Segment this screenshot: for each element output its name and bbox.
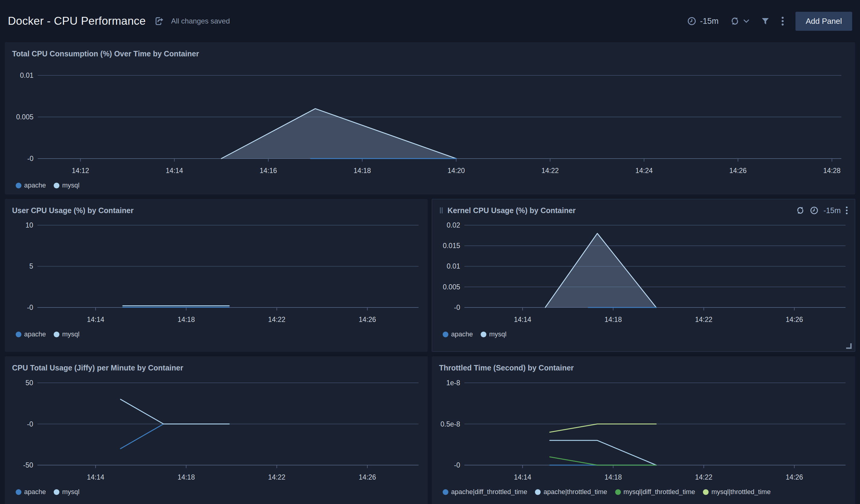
legend-item[interactable]: apache xyxy=(16,182,46,189)
legend-swatch xyxy=(54,489,59,495)
svg-text:14:14: 14:14 xyxy=(87,473,104,481)
svg-text:0.01: 0.01 xyxy=(20,71,33,79)
legend-item[interactable]: mysql|diff_throttled_time xyxy=(615,488,696,496)
share-icon[interactable] xyxy=(153,16,164,27)
svg-text:14:22: 14:22 xyxy=(268,316,286,323)
chart: 105-014:1414:1814:2214:26 xyxy=(12,220,420,327)
panel-total-cpu-consumption: Total CPU Consumption (%) Over Time by C… xyxy=(5,42,855,195)
chart-legend: apachemysql xyxy=(12,488,420,496)
svg-text:0.5e-8: 0.5e-8 xyxy=(441,420,460,428)
svg-text:5: 5 xyxy=(29,262,33,270)
legend-swatch xyxy=(615,489,621,495)
svg-text:14:26: 14:26 xyxy=(359,473,376,481)
legend-label: apache xyxy=(24,330,46,338)
filter-icon[interactable] xyxy=(761,17,770,26)
svg-text:50: 50 xyxy=(25,379,33,387)
svg-text:-50: -50 xyxy=(23,461,33,469)
panel-menu-icon[interactable] xyxy=(846,206,848,215)
panel-kernel-cpu-usage: Kernel CPU Usage (%) by Container xyxy=(432,199,855,352)
panel-refresh-icon[interactable] xyxy=(796,206,805,215)
legend-label: mysql|diff_throttled_time xyxy=(624,488,696,496)
svg-text:14:18: 14:18 xyxy=(605,316,622,323)
legend-swatch xyxy=(16,183,22,188)
svg-text:0.005: 0.005 xyxy=(16,113,33,121)
svg-text:14:14: 14:14 xyxy=(514,316,531,323)
svg-text:14:24: 14:24 xyxy=(635,167,653,174)
svg-text:14:26: 14:26 xyxy=(359,316,376,323)
legend-swatch xyxy=(481,332,486,337)
svg-text:14:12: 14:12 xyxy=(72,167,89,174)
svg-text:14:26: 14:26 xyxy=(786,316,803,323)
more-options-icon[interactable] xyxy=(781,16,784,26)
svg-text:14:22: 14:22 xyxy=(695,316,713,323)
legend-swatch xyxy=(16,332,22,337)
drag-handle-icon[interactable] xyxy=(439,206,443,214)
time-range-button[interactable]: -15m xyxy=(687,16,719,26)
svg-text:14:20: 14:20 xyxy=(447,167,465,174)
svg-text:14:26: 14:26 xyxy=(786,473,803,481)
legend-item[interactable]: mysql xyxy=(54,488,79,496)
svg-text:14:28: 14:28 xyxy=(823,167,841,174)
legend-label: mysql xyxy=(489,330,506,338)
svg-text:14:22: 14:22 xyxy=(695,473,713,481)
svg-text:-0: -0 xyxy=(27,155,33,162)
legend-swatch xyxy=(443,489,448,495)
legend-label: apache xyxy=(24,488,46,496)
panel-header: Total CPU Consumption (%) Over Time by C… xyxy=(12,48,848,59)
panel-title: CPU Total Usage (Jiffy) per Minute by Co… xyxy=(12,363,183,372)
svg-text:14:22: 14:22 xyxy=(268,473,286,481)
legend-swatch xyxy=(443,332,448,337)
svg-text:1e-8: 1e-8 xyxy=(446,379,460,387)
legend-item[interactable]: mysql xyxy=(54,182,79,189)
panel-user-cpu-usage: User CPU Usage (%) by Container 105-014:… xyxy=(5,199,428,352)
clock-icon xyxy=(687,16,697,26)
chart-legend: apache|diff_throttled_timeapache|throttl… xyxy=(439,488,848,496)
legend-swatch xyxy=(16,489,22,495)
svg-text:0.01: 0.01 xyxy=(447,262,460,270)
panel-cpu-total-usage-jiffy: CPU Total Usage (Jiffy) per Minute by Co… xyxy=(5,356,428,504)
panel-throttled-time: Throttled Time (Second) by Container 1e-… xyxy=(432,356,855,504)
svg-text:14:14: 14:14 xyxy=(87,316,104,323)
svg-text:10: 10 xyxy=(25,221,33,229)
svg-text:-0: -0 xyxy=(454,461,460,469)
svg-text:14:18: 14:18 xyxy=(605,473,622,481)
panel-header: User CPU Usage (%) by Container xyxy=(12,205,420,216)
svg-text:14:18: 14:18 xyxy=(177,473,195,481)
save-status: All changes saved xyxy=(171,17,230,25)
legend-swatch xyxy=(703,489,708,495)
legend-item[interactable]: mysql xyxy=(481,330,506,338)
svg-text:14:16: 14:16 xyxy=(260,167,277,174)
legend-label: apache xyxy=(24,182,46,189)
panel-title: User CPU Usage (%) by Container xyxy=(12,206,133,215)
legend-item[interactable]: apache|throttled_time xyxy=(535,488,607,496)
legend-label: mysql xyxy=(62,488,79,496)
refresh-button[interactable] xyxy=(730,16,749,26)
svg-text:14:14: 14:14 xyxy=(166,167,183,174)
panel-clock-icon[interactable] xyxy=(809,206,819,215)
panel-resize-handle[interactable] xyxy=(845,342,852,349)
panel-title: Total CPU Consumption (%) Over Time by C… xyxy=(12,49,199,58)
legend-item[interactable]: apache xyxy=(443,330,473,338)
svg-text:14:18: 14:18 xyxy=(354,167,371,174)
svg-text:-0: -0 xyxy=(27,420,33,428)
chart: 50-0-5014:1414:1814:2214:26 xyxy=(12,377,420,485)
svg-text:0.005: 0.005 xyxy=(443,283,460,291)
legend-swatch xyxy=(54,183,59,188)
legend-item[interactable]: mysql xyxy=(54,330,79,338)
refresh-icon xyxy=(730,16,740,26)
legend-item[interactable]: apache|diff_throttled_time xyxy=(443,488,527,496)
legend-item[interactable]: apache xyxy=(16,488,46,496)
legend-item[interactable]: apache xyxy=(16,330,46,338)
legend-item[interactable]: mysql|throttled_time xyxy=(703,488,771,496)
dashboard-title[interactable]: Docker - CPU Performance xyxy=(8,15,146,27)
panel-time-range[interactable]: -15m xyxy=(823,206,841,215)
svg-text:14:26: 14:26 xyxy=(729,167,747,174)
svg-text:0.02: 0.02 xyxy=(447,221,460,229)
legend-label: apache|diff_throttled_time xyxy=(451,488,527,496)
legend-label: mysql xyxy=(62,330,79,338)
panel-title: Kernel CPU Usage (%) by Container xyxy=(447,206,576,215)
svg-text:0.015: 0.015 xyxy=(443,242,460,249)
add-panel-button[interactable]: Add Panel xyxy=(796,12,852,31)
panel-title: Throttled Time (Second) by Container xyxy=(439,363,574,372)
svg-text:-0: -0 xyxy=(27,304,33,312)
